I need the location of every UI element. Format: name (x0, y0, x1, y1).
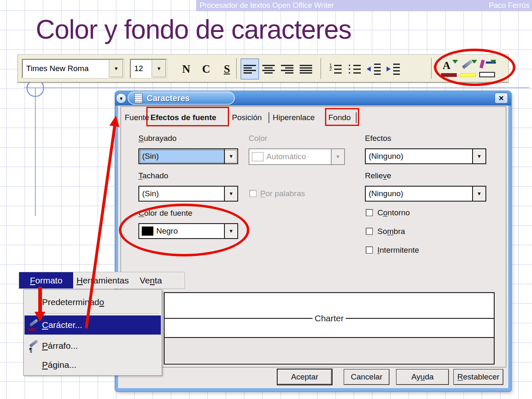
relieve-label: Relieve (365, 171, 391, 180)
color-label: Color (249, 134, 267, 143)
menu-item-pagina[interactable]: Página... (25, 356, 161, 374)
toolbar-separator (431, 58, 432, 79)
font-size-dropdown-button[interactable]: ▼ (152, 60, 166, 77)
menu-separator (27, 313, 158, 314)
aceptar-button[interactable]: Aceptar (277, 369, 332, 385)
chevron-down-icon: ▼ (335, 154, 340, 160)
automatic-color-swatch (252, 152, 264, 161)
preview-lower-band (165, 338, 494, 363)
author-name: Paco Ferrús (489, 1, 530, 10)
chevron-down-icon: ▼ (157, 66, 162, 71)
color-combobox-disabled: Automático ▼ (249, 148, 345, 165)
toolbar-separator (236, 58, 237, 79)
close-icon: ✕ (498, 94, 504, 102)
tab-separator (268, 112, 269, 123)
course-title: Procesador de textos Open Office Writer (200, 1, 334, 10)
font-name-combobox[interactable]: Times New Roma ▼ (22, 59, 124, 78)
intermitente-checkbox[interactable] (366, 246, 373, 254)
tachado-dropdown-button[interactable]: ▼ (224, 187, 237, 201)
numbered-list-button[interactable]: 1 2 (326, 59, 345, 79)
align-left-icon (244, 65, 256, 74)
preview-text: Charter (313, 313, 346, 323)
tachado-label: Tachado (138, 171, 168, 180)
window-menu-button[interactable]: ▼ (116, 93, 126, 103)
relieve-value: (Ninguno) (366, 189, 403, 198)
chevron-down-icon: ▼ (477, 153, 482, 159)
efectos-dropdown-button[interactable]: ▼ (472, 149, 485, 163)
font-size-value: 12 (131, 64, 143, 73)
font-name-value: Times New Roma (23, 64, 89, 73)
subrayado-dropdown-button[interactable]: ▼ (224, 149, 237, 163)
dialog-title-pill: Caracteres (128, 91, 235, 105)
restablecer-button[interactable]: Restablecer (453, 369, 503, 385)
slide-page: Procesador de textos Open Office Writer … (0, 0, 532, 399)
annotation-ellipse-toolbar (434, 49, 515, 86)
decrease-indent-button[interactable] (365, 59, 383, 79)
grid-accent-vline (35, 88, 36, 216)
document-icon (134, 93, 143, 103)
align-center-icon (262, 65, 275, 74)
paragraph-format-icon: ¶ (27, 338, 41, 353)
bullet-list-button[interactable]: • • • (345, 59, 364, 79)
align-right-icon (281, 65, 293, 74)
align-center-button[interactable] (259, 59, 278, 79)
subrayado-label: Subrayado (138, 134, 177, 143)
slide-title: Color y fondo de caracteres (36, 14, 351, 45)
close-button[interactable]: ✕ (495, 93, 508, 103)
font-preview-box: Charter (164, 292, 495, 365)
triangle-down-icon: ▼ (119, 96, 123, 101)
tab-posicion[interactable]: Posición (232, 111, 262, 124)
annotation-box-efectos-tab (146, 107, 229, 126)
annotation-box-fondo-tab (325, 108, 359, 126)
increase-indent-icon (386, 63, 400, 75)
subrayado-value: (Sin) (139, 152, 159, 161)
menu-herramientas[interactable]: Herramientas (76, 272, 129, 288)
tachado-value: (Sin) (139, 189, 159, 198)
relieve-combobox[interactable]: (Ninguno) ▼ (365, 186, 486, 202)
annotation-ellipse-font-color (119, 204, 249, 256)
font-size-combobox[interactable]: 12 ▼ (130, 59, 167, 78)
font-name-dropdown-button[interactable]: ▼ (109, 60, 123, 77)
tachado-combobox[interactable]: (Sin) ▼ (138, 186, 238, 202)
annotation-arrow-formato-to-caracter (38, 287, 42, 313)
contorno-checkbox[interactable] (366, 209, 373, 216)
por-palabras-checkbox (249, 190, 256, 197)
intermitente-label: Intermitente (377, 246, 419, 255)
efectos-label: Efectos (365, 134, 391, 143)
sombra-checkbox[interactable] (366, 228, 373, 235)
increase-indent-button[interactable] (384, 59, 402, 79)
justify-button[interactable] (297, 59, 315, 79)
italic-button[interactable]: C (197, 59, 216, 79)
ayuda-button[interactable]: Ayuda (396, 369, 449, 385)
chevron-down-icon: ▼ (229, 153, 234, 159)
bold-button[interactable]: N (177, 59, 196, 79)
preview-upper-band: Charter (165, 293, 494, 319)
color-value: Automático (264, 152, 306, 161)
menu-item-parrafo[interactable]: ¶ Párrafo... (25, 336, 161, 355)
contorno-label: Contorno (377, 208, 410, 217)
subrayado-combobox[interactable]: (Sin) ▼ (138, 148, 238, 164)
cancelar-button[interactable]: Cancelar (344, 369, 389, 385)
toolbar-separator (320, 58, 321, 79)
efectos-combobox[interactable]: (Ninguno) ▼ (365, 148, 486, 164)
color-dropdown-button-disabled: ▼ (331, 149, 344, 164)
chevron-down-icon: ▼ (477, 191, 482, 197)
menu-venta[interactable]: Venta (140, 272, 162, 288)
por-palabras-label: Por palabras (260, 189, 305, 198)
grid-accent-hline (24, 87, 530, 88)
align-left-button[interactable] (241, 59, 259, 79)
formato-dropdown-menu: Predeterminado ABC Carácter... ¶ Párrafo… (23, 289, 162, 376)
relieve-dropdown-button[interactable]: ▼ (472, 187, 485, 201)
slide-header-bar: Procesador de textos Open Office Writer … (196, 0, 532, 11)
menu-item-predeterminado[interactable]: Predeterminado (25, 293, 161, 311)
sombra-label: Sombra (377, 227, 405, 236)
menu-formato[interactable]: Formato (19, 272, 73, 288)
numbered-list-icon: 1 2 (330, 64, 342, 75)
bullet-list-icon: • • • (349, 64, 361, 75)
efectos-value: (Ninguno) (366, 152, 403, 161)
align-right-button[interactable] (278, 59, 296, 79)
dialog-titlebar[interactable]: ▼ Caracteres ✕ (115, 91, 511, 106)
tab-fuente[interactable]: Fuente (125, 111, 149, 124)
underline-button[interactable]: S (217, 59, 236, 79)
tab-hiperenlace[interactable]: Hiperenlace (273, 111, 315, 124)
